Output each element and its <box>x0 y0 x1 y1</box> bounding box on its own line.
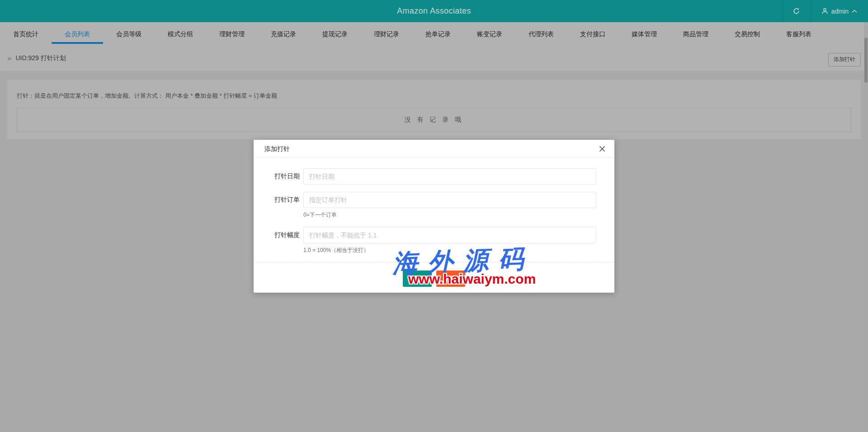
page-title: Amazon Associates <box>0 0 868 22</box>
modal-title: 添加打针 <box>264 145 290 152</box>
cancel-button[interactable]: 取消 <box>436 271 465 287</box>
field-hint: 1.0 = 100%（相当于没打） <box>303 247 596 253</box>
modal-footer: 提交 取消 <box>254 262 614 287</box>
header-controls: admin <box>783 0 868 22</box>
inject-ratio-input[interactable] <box>303 227 596 243</box>
screen: Amazon Associates admin <box>0 0 868 432</box>
form-field: 打针日期 <box>254 168 596 185</box>
field-label: 打针幅度 <box>254 231 303 239</box>
modal-body: 打针日期 打针订单 0=下一个订单 打针幅度 1.0 = 100%（相当于没打） <box>254 158 614 253</box>
field-hint: 0=下一个订单 <box>303 212 596 218</box>
add-injection-modal: 添加打针 打针日期 打针订单 0=下一个订单 打针幅度 <box>254 140 614 293</box>
form-field: 打针订单 0=下一个订单 <box>254 192 596 218</box>
refresh-icon <box>793 7 800 15</box>
inject-order-input[interactable] <box>303 192 596 208</box>
app-header: Amazon Associates admin <box>0 0 868 22</box>
form-field: 打针幅度 1.0 = 100%（相当于没打） <box>254 227 596 253</box>
user-icon <box>821 8 828 14</box>
chevron-up-icon <box>852 9 857 13</box>
modal-header: 添加打针 <box>254 140 614 158</box>
inject-date-input[interactable] <box>303 168 596 185</box>
username-label: admin <box>831 8 849 15</box>
field-label: 打针日期 <box>254 172 303 180</box>
refresh-button[interactable] <box>783 0 811 22</box>
user-menu[interactable]: admin <box>811 0 868 22</box>
field-label: 打针订单 <box>254 196 303 204</box>
close-icon[interactable] <box>597 144 607 154</box>
submit-button[interactable]: 提交 <box>403 271 432 287</box>
